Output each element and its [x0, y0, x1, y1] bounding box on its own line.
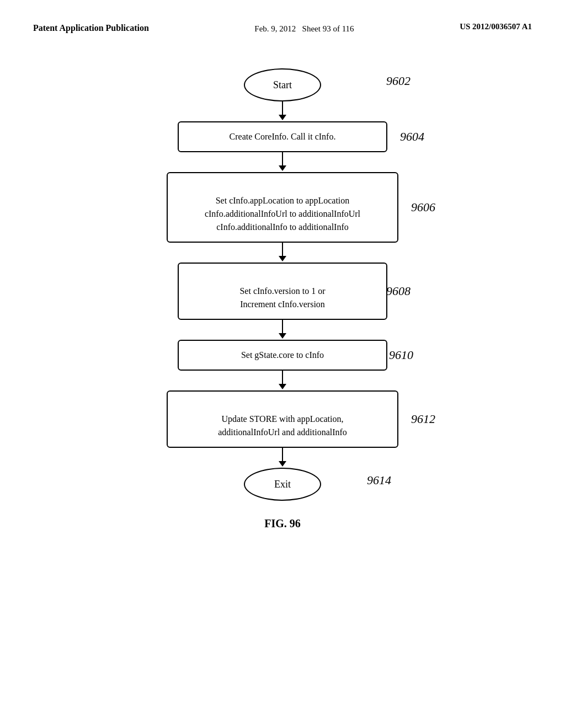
node-9612: Update STORE with appLocation, additiona…	[167, 390, 398, 448]
page-header: Patent Application Publication Feb. 9, 2…	[33, 22, 532, 35]
node-row-9608: Set cInfo.version to 1 or Increment cInf…	[33, 263, 532, 320]
arrow-3	[282, 243, 283, 263]
node-row-9606: Set cInfo.appLocation to appLocation cIn…	[33, 172, 532, 243]
node-row-9604: Create CoreInfo. Call it cInfo. 9604	[33, 121, 532, 152]
header-date-sheet: Feb. 9, 2012 Sheet 93 of 116	[254, 22, 354, 35]
arrow-2	[282, 152, 283, 172]
label-9602: 9602	[386, 74, 411, 88]
label-9614: 9614	[367, 473, 391, 488]
page: Patent Application Publication Feb. 9, 2…	[0, 0, 565, 728]
publication-title: Patent Application Publication	[33, 22, 149, 34]
label-9612: 9612	[411, 412, 435, 426]
arrow-1	[282, 101, 283, 121]
arrow-4	[282, 320, 283, 340]
label-9608: 9608	[386, 284, 411, 298]
node-row-9612: Update STORE with appLocation, additiona…	[33, 390, 532, 448]
node-row-start: Start 9602	[33, 68, 532, 101]
arrow-5	[282, 371, 283, 390]
node-row-exit: Exit 9614	[33, 468, 532, 501]
node-9608: Set cInfo.version to 1 or Increment cInf…	[178, 263, 387, 320]
publication-date: Feb. 9, 2012	[254, 24, 296, 33]
exit-node: Exit	[244, 468, 321, 501]
sheet-info: Sheet 93 of 116	[302, 24, 354, 33]
figure-label: FIG. 96	[264, 517, 301, 530]
node-9610: Set gState.core to cInfo	[178, 340, 387, 371]
node-9604: Create CoreInfo. Call it cInfo.	[178, 121, 387, 152]
flowchart: Start 9602 Create CoreInfo. Call it cInf…	[33, 68, 532, 530]
patent-number: US 2012/0036507 A1	[460, 22, 532, 31]
label-9606: 9606	[411, 200, 435, 215]
label-9610: 9610	[389, 348, 413, 362]
node-9606: Set cInfo.appLocation to appLocation cIn…	[167, 172, 398, 243]
label-9604: 9604	[400, 130, 424, 144]
node-row-9610: Set gState.core to cInfo 9610	[33, 340, 532, 371]
start-node: Start	[244, 68, 321, 101]
arrow-6	[282, 448, 283, 468]
